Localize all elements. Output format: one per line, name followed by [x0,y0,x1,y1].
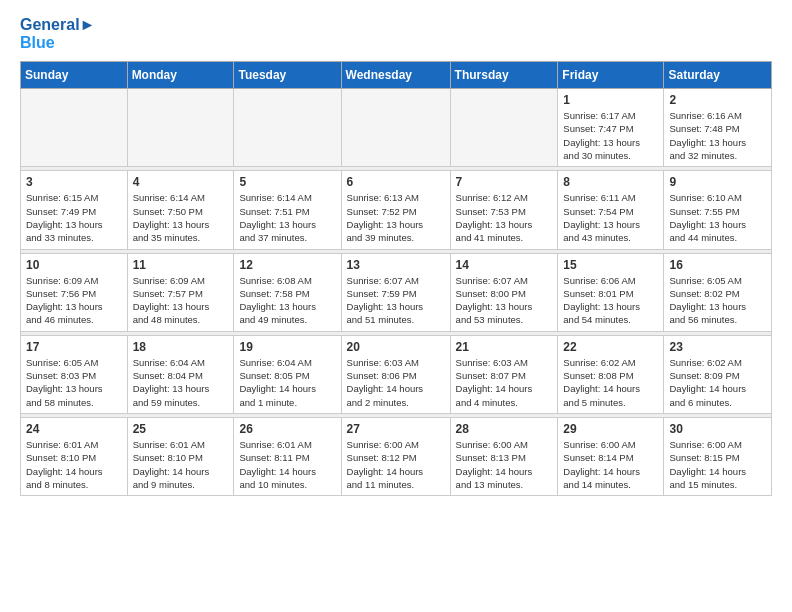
day-number: 24 [26,422,122,436]
logo-blue: Blue [20,34,55,52]
day-cell: 5Sunrise: 6:14 AMSunset: 7:51 PMDaylight… [234,171,341,249]
day-cell: 23Sunrise: 6:02 AMSunset: 8:09 PMDayligh… [664,335,772,413]
week-row-4: 17Sunrise: 6:05 AMSunset: 8:03 PMDayligh… [21,335,772,413]
day-detail: Sunrise: 6:09 AMSunset: 7:56 PMDaylight:… [26,274,122,327]
calendar-table: SundayMondayTuesdayWednesdayThursdayFrid… [20,61,772,496]
day-detail: Sunrise: 6:02 AMSunset: 8:09 PMDaylight:… [669,356,766,409]
day-cell: 13Sunrise: 6:07 AMSunset: 7:59 PMDayligh… [341,253,450,331]
day-cell: 12Sunrise: 6:08 AMSunset: 7:58 PMDayligh… [234,253,341,331]
day-number: 4 [133,175,229,189]
day-detail: Sunrise: 6:16 AMSunset: 7:48 PMDaylight:… [669,109,766,162]
day-cell: 26Sunrise: 6:01 AMSunset: 8:11 PMDayligh… [234,417,341,495]
day-number: 6 [347,175,445,189]
day-detail: Sunrise: 6:07 AMSunset: 7:59 PMDaylight:… [347,274,445,327]
day-cell: 9Sunrise: 6:10 AMSunset: 7:55 PMDaylight… [664,171,772,249]
day-cell [234,89,341,167]
day-detail: Sunrise: 6:01 AMSunset: 8:10 PMDaylight:… [133,438,229,491]
day-detail: Sunrise: 6:00 AMSunset: 8:13 PMDaylight:… [456,438,553,491]
day-cell: 15Sunrise: 6:06 AMSunset: 8:01 PMDayligh… [558,253,664,331]
day-number: 25 [133,422,229,436]
day-detail: Sunrise: 6:00 AMSunset: 8:14 PMDaylight:… [563,438,658,491]
day-detail: Sunrise: 6:10 AMSunset: 7:55 PMDaylight:… [669,191,766,244]
day-number: 21 [456,340,553,354]
day-cell: 21Sunrise: 6:03 AMSunset: 8:07 PMDayligh… [450,335,558,413]
day-cell: 20Sunrise: 6:03 AMSunset: 8:06 PMDayligh… [341,335,450,413]
weekday-header-saturday: Saturday [664,62,772,89]
logo: General► Blue [20,16,95,51]
day-cell: 1Sunrise: 6:17 AMSunset: 7:47 PMDaylight… [558,89,664,167]
day-detail: Sunrise: 6:00 AMSunset: 8:12 PMDaylight:… [347,438,445,491]
day-number: 8 [563,175,658,189]
weekday-header-monday: Monday [127,62,234,89]
day-cell: 8Sunrise: 6:11 AMSunset: 7:54 PMDaylight… [558,171,664,249]
day-number: 20 [347,340,445,354]
weekday-header-tuesday: Tuesday [234,62,341,89]
day-cell [341,89,450,167]
day-cell: 3Sunrise: 6:15 AMSunset: 7:49 PMDaylight… [21,171,128,249]
day-number: 14 [456,258,553,272]
day-cell: 28Sunrise: 6:00 AMSunset: 8:13 PMDayligh… [450,417,558,495]
day-detail: Sunrise: 6:05 AMSunset: 8:02 PMDaylight:… [669,274,766,327]
day-number: 18 [133,340,229,354]
day-number: 23 [669,340,766,354]
day-cell: 30Sunrise: 6:00 AMSunset: 8:15 PMDayligh… [664,417,772,495]
weekday-header-row: SundayMondayTuesdayWednesdayThursdayFrid… [21,62,772,89]
day-detail: Sunrise: 6:09 AMSunset: 7:57 PMDaylight:… [133,274,229,327]
day-detail: Sunrise: 6:07 AMSunset: 8:00 PMDaylight:… [456,274,553,327]
header: General► Blue [20,16,772,51]
day-cell: 29Sunrise: 6:00 AMSunset: 8:14 PMDayligh… [558,417,664,495]
day-detail: Sunrise: 6:01 AMSunset: 8:10 PMDaylight:… [26,438,122,491]
day-cell [127,89,234,167]
day-detail: Sunrise: 6:11 AMSunset: 7:54 PMDaylight:… [563,191,658,244]
weekday-header-thursday: Thursday [450,62,558,89]
day-number: 12 [239,258,335,272]
day-number: 1 [563,93,658,107]
day-detail: Sunrise: 6:03 AMSunset: 8:07 PMDaylight:… [456,356,553,409]
day-number: 9 [669,175,766,189]
day-number: 27 [347,422,445,436]
day-number: 16 [669,258,766,272]
day-number: 22 [563,340,658,354]
week-row-3: 10Sunrise: 6:09 AMSunset: 7:56 PMDayligh… [21,253,772,331]
day-cell: 2Sunrise: 6:16 AMSunset: 7:48 PMDaylight… [664,89,772,167]
day-number: 3 [26,175,122,189]
week-row-5: 24Sunrise: 6:01 AMSunset: 8:10 PMDayligh… [21,417,772,495]
day-detail: Sunrise: 6:06 AMSunset: 8:01 PMDaylight:… [563,274,658,327]
day-cell: 7Sunrise: 6:12 AMSunset: 7:53 PMDaylight… [450,171,558,249]
day-cell [21,89,128,167]
day-cell: 4Sunrise: 6:14 AMSunset: 7:50 PMDaylight… [127,171,234,249]
day-detail: Sunrise: 6:08 AMSunset: 7:58 PMDaylight:… [239,274,335,327]
day-detail: Sunrise: 6:17 AMSunset: 7:47 PMDaylight:… [563,109,658,162]
weekday-header-friday: Friday [558,62,664,89]
week-row-1: 1Sunrise: 6:17 AMSunset: 7:47 PMDaylight… [21,89,772,167]
day-number: 10 [26,258,122,272]
day-cell: 10Sunrise: 6:09 AMSunset: 7:56 PMDayligh… [21,253,128,331]
day-cell: 14Sunrise: 6:07 AMSunset: 8:00 PMDayligh… [450,253,558,331]
day-cell: 24Sunrise: 6:01 AMSunset: 8:10 PMDayligh… [21,417,128,495]
day-cell: 25Sunrise: 6:01 AMSunset: 8:10 PMDayligh… [127,417,234,495]
day-number: 29 [563,422,658,436]
day-cell: 27Sunrise: 6:00 AMSunset: 8:12 PMDayligh… [341,417,450,495]
day-number: 19 [239,340,335,354]
page: General► Blue SundayMondayTuesdayWednesd… [0,0,792,512]
day-number: 30 [669,422,766,436]
day-number: 13 [347,258,445,272]
week-row-2: 3Sunrise: 6:15 AMSunset: 7:49 PMDaylight… [21,171,772,249]
day-number: 11 [133,258,229,272]
weekday-header-sunday: Sunday [21,62,128,89]
day-number: 5 [239,175,335,189]
day-number: 7 [456,175,553,189]
day-detail: Sunrise: 6:04 AMSunset: 8:05 PMDaylight:… [239,356,335,409]
weekday-header-wednesday: Wednesday [341,62,450,89]
day-detail: Sunrise: 6:02 AMSunset: 8:08 PMDaylight:… [563,356,658,409]
day-cell: 16Sunrise: 6:05 AMSunset: 8:02 PMDayligh… [664,253,772,331]
logo-block: General► Blue [20,16,95,51]
day-cell: 19Sunrise: 6:04 AMSunset: 8:05 PMDayligh… [234,335,341,413]
day-cell: 11Sunrise: 6:09 AMSunset: 7:57 PMDayligh… [127,253,234,331]
day-number: 28 [456,422,553,436]
day-number: 17 [26,340,122,354]
day-number: 26 [239,422,335,436]
day-detail: Sunrise: 6:15 AMSunset: 7:49 PMDaylight:… [26,191,122,244]
day-detail: Sunrise: 6:05 AMSunset: 8:03 PMDaylight:… [26,356,122,409]
day-cell [450,89,558,167]
